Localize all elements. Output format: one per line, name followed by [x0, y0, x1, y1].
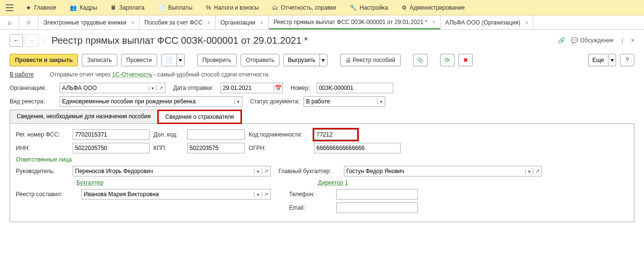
chevron-down-icon[interactable]: ▾ [525, 169, 533, 174]
chief-acc-value: Гостун Федор Янович [344, 168, 525, 175]
chief-acc-field[interactable]: Гостун Федор Янович ▾ ↗ [344, 166, 542, 176]
export-button[interactable]: Выгрузить ▾ [283, 54, 328, 66]
cancel-icon: ✖ [463, 57, 468, 63]
forward-button[interactable]: → [25, 34, 38, 47]
chevron-down-icon[interactable]: ▾ [377, 99, 385, 104]
refresh-button[interactable]: ⟳ [440, 54, 455, 66]
home-tab[interactable]: ⌂ [0, 15, 19, 29]
send-date-field[interactable]: 29.01.2021 📅 [220, 83, 283, 93]
kind-field[interactable]: Единовременные пособия при рождении ребе… [60, 96, 242, 107]
section-main[interactable]: ★Главное [19, 0, 63, 15]
inner-tabs: Сведения, необходимые для назначения пос… [10, 110, 634, 123]
info-line: В работе Отправьте отчет через 1С-Отчетн… [0, 69, 644, 83]
ogrn-label: ОГРН: [249, 145, 310, 151]
registry-label: Реестр пособий [353, 57, 395, 63]
send-button[interactable]: Отправить [240, 54, 280, 66]
write-button[interactable]: Записать [82, 54, 117, 66]
cancel-button[interactable]: ✖ [458, 54, 473, 66]
chevron-down-icon[interactable]: ▾ [254, 169, 262, 174]
add-director-link[interactable]: Директор 1 [318, 179, 348, 186]
open-icon[interactable]: ↗ [156, 85, 165, 91]
tab-alpha[interactable]: АЛЬФА ООО (Организация)× [441, 15, 533, 29]
calc-icon: 🖩 [111, 4, 116, 11]
section-settings[interactable]: 🔧Настройка [343, 0, 395, 15]
section-personnel[interactable]: 👥Кадры [63, 0, 104, 15]
sub-code-field[interactable] [314, 129, 357, 140]
email-field[interactable] [336, 202, 418, 213]
close-icon[interactable]: × [432, 19, 435, 25]
compiled-by-value: Иванова Мария Викторовна [82, 191, 254, 198]
discuss-button[interactable]: 💬 Обсуждение [571, 37, 614, 44]
more-button[interactable]: Еще ▾ [588, 54, 616, 66]
org-field[interactable]: АЛЬФА ООО ▾ ↗ [60, 83, 165, 93]
close-icon[interactable]: × [207, 20, 210, 25]
link-icon[interactable]: 🔗 [558, 37, 565, 44]
fss-reg-label: Рег. номер ФСС: [16, 131, 69, 138]
attach-button[interactable]: 📎 [413, 54, 428, 66]
kpp-field[interactable] [187, 143, 245, 153]
add-code-label: Доп. код: [153, 131, 183, 138]
inn-field[interactable] [73, 143, 150, 153]
close-icon[interactable]: × [525, 20, 528, 25]
compiled-by-field[interactable]: Иванова Мария Викторовна ▾ ↗ [81, 189, 271, 200]
director-field[interactable]: Переносов Игорь Федорович ▾ ↗ [73, 166, 271, 176]
number-field[interactable] [316, 83, 393, 93]
wrench-icon: 🔧 [350, 4, 357, 11]
close-icon[interactable]: × [260, 20, 263, 25]
chevron-down-icon[interactable]: ▾ [177, 54, 184, 66]
favorite-icon[interactable]: ☆ [42, 37, 48, 44]
verify-button[interactable]: Проверить [197, 54, 237, 66]
tab-benefit-info[interactable]: Сведения, необходимые для назначения пос… [10, 110, 158, 123]
chevron-down-icon[interactable]: ▾ [319, 54, 327, 66]
kpp-label: КПП: [153, 145, 183, 151]
tab-etk[interactable]: Электронные трудовые книжки× [38, 15, 139, 29]
tab-insurer-info[interactable]: Сведения о страхователе [158, 110, 241, 124]
open-icon[interactable]: ↗ [262, 168, 270, 175]
page-title: Реестр прямых выплат ФСС 00ЗК-000001 от … [51, 35, 308, 46]
close-icon[interactable]: × [631, 37, 634, 44]
section-label: Главное [34, 4, 56, 11]
tab-fss-benefits[interactable]: Пособия за счет ФСС× [139, 15, 215, 29]
post-button[interactable]: Провести [121, 54, 157, 66]
phone-field[interactable] [336, 189, 418, 200]
section-reports[interactable]: 🗂Отчетность, справки [265, 0, 343, 15]
chevron-down-icon[interactable]: ▾ [608, 54, 616, 66]
registry-button[interactable]: 🖨 Реестр пособий [340, 54, 401, 66]
help-button[interactable]: ? [620, 54, 634, 66]
post-and-close-button[interactable]: Провести и закрыть [10, 54, 78, 66]
doc-icon: 📄 [158, 4, 165, 11]
create-from-button[interactable]: 📄 ▾ [161, 54, 185, 66]
section-taxes[interactable]: %Налоги и взносы [199, 0, 265, 15]
tab-orgs[interactable]: Организации× [215, 15, 268, 29]
back-button[interactable]: ← [10, 34, 23, 47]
home-icon: ⌂ [8, 19, 11, 26]
section-admin[interactable]: ⚙Администрирование [395, 0, 471, 15]
add-code-field[interactable] [187, 129, 245, 140]
section-salary[interactable]: 🖩Зарплата [104, 0, 152, 15]
close-icon[interactable]: × [131, 20, 134, 25]
doc-status-field[interactable]: В работе ▾ [303, 96, 385, 107]
chevron-down-icon[interactable]: ▾ [149, 86, 156, 91]
fss-reg-field[interactable] [73, 129, 150, 140]
calendar-icon[interactable]: 📅 [274, 85, 282, 91]
open-icon[interactable]: ↗ [533, 168, 542, 175]
tab-registry[interactable]: Реестр прямых выплат ФСС 00ЗК-000001 от … [269, 15, 441, 29]
ogrn-field[interactable] [314, 143, 401, 153]
status-link[interactable]: В работе [10, 71, 34, 78]
hamburger-icon[interactable] [0, 0, 19, 15]
chevron-down-icon[interactable]: ▾ [234, 99, 242, 104]
section-label: Администрирование [410, 4, 465, 11]
chief-acc-label: Главный бухгалтер: [278, 168, 340, 175]
favorites-tab[interactable]: ☆ [19, 15, 38, 29]
tab-label: АЛЬФА ООО (Организация) [445, 19, 520, 26]
discuss-label: Обсуждение [580, 37, 614, 44]
date-value: 29.01.2021 [221, 85, 274, 91]
reporting-service-link[interactable]: 1С-Отчетность [112, 71, 152, 78]
kebab-icon[interactable]: ⋮ [619, 37, 625, 44]
open-icon[interactable]: ↗ [262, 191, 270, 198]
section-payments[interactable]: 📄Выплаты [151, 0, 199, 15]
title-bar: ← → ☆ Реестр прямых выплат ФСС 00ЗК-0000… [0, 30, 644, 51]
section-label: Настройка [360, 4, 388, 11]
chevron-down-icon[interactable]: ▾ [254, 192, 262, 197]
add-accountant-link[interactable]: Бухгалтер [76, 179, 103, 186]
